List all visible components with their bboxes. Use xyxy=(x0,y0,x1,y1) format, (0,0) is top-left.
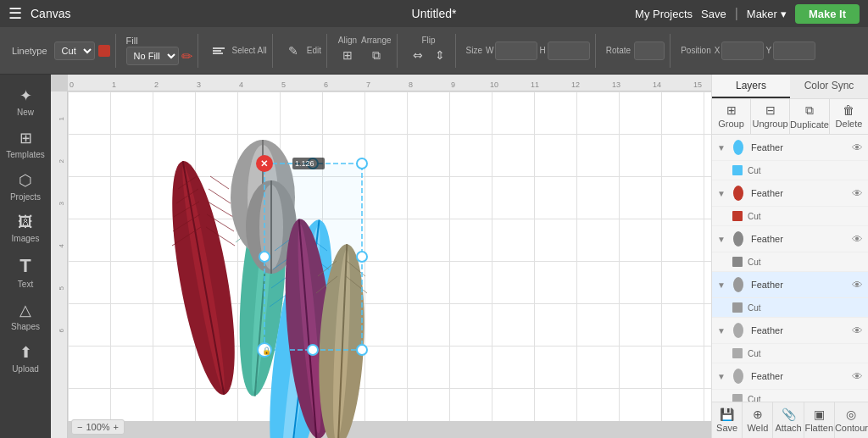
topbar-right: My Projects Save | Maker ▾ Make It xyxy=(635,4,860,24)
save-button[interactable]: Save xyxy=(701,8,726,20)
fill-color-picker[interactable]: ✏ xyxy=(181,48,192,64)
save-action-button[interactable]: 💾 Save xyxy=(712,402,743,438)
svg-point-61 xyxy=(733,369,743,384)
flip-h-button[interactable]: ⇔ xyxy=(408,45,428,65)
flatten-button[interactable]: ▣ Flatten xyxy=(804,402,835,438)
zoom-increase[interactable]: + xyxy=(114,422,119,432)
tab-layers[interactable]: Layers xyxy=(712,75,790,98)
weld-button[interactable]: ⊕ Weld xyxy=(743,402,773,438)
attach-label: Attach xyxy=(775,423,801,433)
ruler-mark-v-2: 2 xyxy=(58,159,65,163)
x-input[interactable]: 3.209 xyxy=(721,42,764,60)
layer-eye-2[interactable]: 👁 xyxy=(852,187,863,200)
sidebar-item-shapes-label: Shapes xyxy=(11,322,40,331)
weld-icon: ⊕ xyxy=(753,408,763,421)
ruler-mark-15: 15 xyxy=(693,80,702,89)
layer-arrow-6: ▼ xyxy=(717,372,726,381)
y-input[interactable]: 3.033 xyxy=(773,42,815,60)
ruler-mark-v-1: 1 xyxy=(58,117,65,120)
measure-label: 1.126 xyxy=(295,159,314,168)
canvas-grid[interactable]: 🔒 ✕ 1.126 xyxy=(68,91,711,421)
layer-sub-thumb-1 xyxy=(731,164,744,177)
templates-icon: ⊞ xyxy=(19,129,32,147)
text-icon: T xyxy=(19,255,31,277)
handle-br[interactable] xyxy=(357,345,367,355)
layer-item-3[interactable]: ▼ Feather 👁 xyxy=(712,226,868,252)
my-projects-button[interactable]: My Projects xyxy=(635,8,693,20)
ruler-mark-8: 8 xyxy=(409,80,413,89)
flip-v-button[interactable]: ⇕ xyxy=(430,45,450,65)
layer-item-6[interactable]: ▼ Feather 👁 xyxy=(712,363,868,390)
height-input[interactable]: 3 xyxy=(548,42,590,60)
sidebar-item-images[interactable]: 🖼 Images xyxy=(3,208,47,248)
ruler-mark-4: 4 xyxy=(239,80,243,89)
layer-thumb-1 xyxy=(729,138,748,157)
flip-label: Flip xyxy=(421,36,435,45)
handle-bm[interactable] xyxy=(308,345,318,355)
layer-sub-label-1: Cut xyxy=(748,166,761,175)
canvas-area[interactable]: 0 1 2 3 4 5 6 7 8 9 10 11 12 13 14 15 1 … xyxy=(51,75,711,438)
select-all-button[interactable] xyxy=(209,41,229,61)
layer-sub-thumb-6 xyxy=(731,392,744,402)
sidebar-item-projects[interactable]: ⬡ Projects xyxy=(3,166,47,207)
delete-layer-button[interactable]: 🗑 Delete xyxy=(830,99,868,134)
layer-eye-6[interactable]: 👁 xyxy=(852,370,863,383)
layer-eye-4[interactable]: 👁 xyxy=(852,279,863,291)
sidebar-item-templates[interactable]: ⊞ Templates xyxy=(3,124,47,164)
hamburger-icon[interactable]: ☰ xyxy=(8,4,22,23)
arrange-label: Arrange xyxy=(361,36,392,45)
sidebar-item-shapes[interactable]: △ Shapes xyxy=(3,296,47,336)
layer-eye-3[interactable]: 👁 xyxy=(852,233,863,246)
handle-mr[interactable] xyxy=(357,252,367,262)
contour-icon: ◎ xyxy=(846,408,856,421)
rotate-input[interactable]: 0 xyxy=(634,42,665,60)
handle-ml[interactable] xyxy=(259,252,270,262)
tab-color-sync[interactable]: Color Sync xyxy=(790,75,868,98)
fill-select[interactable]: No Fill xyxy=(126,47,179,65)
svg-rect-62 xyxy=(732,394,743,402)
ruler-mark-9: 9 xyxy=(451,80,455,89)
handle-tr[interactable] xyxy=(357,158,367,169)
layer-item-1[interactable]: ▼ Feather 👁 xyxy=(712,135,868,161)
edit-button[interactable]: ✎ xyxy=(283,41,303,61)
contour-label: Contour xyxy=(835,423,868,433)
linetype-select[interactable]: Cut xyxy=(54,42,95,60)
sidebar-item-text-label: Text xyxy=(18,280,33,289)
layer-eye-1[interactable]: 👁 xyxy=(852,141,863,154)
svg-point-57 xyxy=(733,277,743,292)
svg-point-55 xyxy=(733,231,743,247)
attach-button[interactable]: 📎 Attach xyxy=(773,402,804,438)
main-area: ✦ New ⊞ Templates ⬡ Projects 🖼 Images T … xyxy=(0,75,868,438)
doc-title: Untitled* xyxy=(412,7,457,20)
sidebar-item-text[interactable]: T Text xyxy=(3,250,47,294)
sidebar-item-upload[interactable]: ⬆ Upload xyxy=(3,338,47,379)
duplicate-button[interactable]: ⧉ Duplicate xyxy=(790,99,830,134)
layer-eye-5[interactable]: 👁 xyxy=(852,324,863,337)
layer-sub-label-4: Cut xyxy=(748,303,761,313)
zoom-decrease[interactable]: − xyxy=(77,422,82,432)
contour-button[interactable]: ◎ Contour xyxy=(835,402,868,438)
layer-name-4: Feather xyxy=(751,280,849,290)
ungroup-button[interactable]: ⊟ Ungroup xyxy=(751,99,790,134)
sidebar-item-new[interactable]: ✦ New xyxy=(3,81,47,122)
x-label: X xyxy=(715,46,721,55)
layer-item-2[interactable]: ▼ Feather 👁 xyxy=(712,180,868,207)
align-button[interactable]: ⊞ xyxy=(337,45,358,65)
canvas-zoom[interactable]: − 100% + xyxy=(71,419,125,435)
zoom-value: 100% xyxy=(86,422,109,432)
layer-name-3: Feather xyxy=(751,234,849,244)
selection-rect xyxy=(264,164,362,350)
group-button[interactable]: ⊞ Group xyxy=(712,99,751,134)
panel-actions: ⊞ Group ⊟ Ungroup ⧉ Duplicate 🗑 Delete xyxy=(712,99,868,135)
maker-button[interactable]: Maker ▾ xyxy=(747,8,787,20)
width-input[interactable]: 1.126 xyxy=(495,42,537,60)
arrange-button[interactable]: ⧉ xyxy=(366,45,387,65)
align-arrange-group: Align ⊞ Arrange ⧉ xyxy=(332,34,398,68)
save-action-icon: 💾 xyxy=(720,408,734,421)
ruler-mark-12: 12 xyxy=(571,80,580,89)
layer-item-5[interactable]: ▼ Feather 👁 xyxy=(712,318,868,344)
make-it-button[interactable]: Make It xyxy=(795,4,860,24)
layer-sub-5: Cut xyxy=(712,344,868,363)
layer-item-4[interactable]: ▼ Feather 👁 xyxy=(712,272,868,298)
size-label: Size xyxy=(466,46,482,55)
